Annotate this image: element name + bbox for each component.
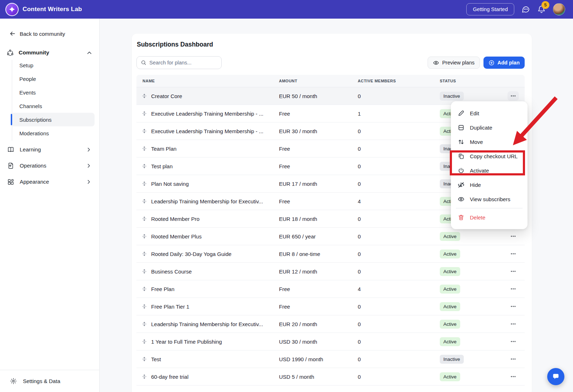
row-menu-button[interactable] bbox=[507, 372, 519, 381]
status-badge: Inactive bbox=[440, 355, 464, 364]
sidebar-section-community[interactable]: Community bbox=[6, 48, 92, 57]
toolbar-actions: Preview plans Add plan bbox=[428, 57, 525, 69]
drag-handle-icon[interactable] bbox=[141, 111, 147, 116]
chat-widget-button[interactable] bbox=[547, 368, 564, 385]
sidebar-section-operations[interactable]: Operations bbox=[0, 158, 99, 174]
drag-handle-icon[interactable] bbox=[141, 233, 147, 239]
sidebar-section-learning[interactable]: Learning bbox=[0, 141, 99, 158]
drag-handle-icon[interactable] bbox=[141, 181, 147, 187]
plan-amount: EUR 18 / month bbox=[279, 216, 358, 222]
plan-active-members: 0 bbox=[358, 268, 440, 275]
ellipsis-icon bbox=[510, 321, 516, 327]
sidebar-subitem[interactable]: People bbox=[11, 72, 95, 86]
preview-plans-label: Preview plans bbox=[442, 60, 475, 66]
menu-item-label: Duplicate bbox=[470, 125, 492, 131]
plan-amount: Free bbox=[279, 146, 358, 152]
menu-item-duplicate[interactable]: Duplicate bbox=[451, 120, 528, 135]
plan-active-members: 0 bbox=[358, 128, 440, 134]
plan-name: 1 Year to Full Time Publishing bbox=[151, 339, 222, 345]
sidebar-subitem[interactable]: Events bbox=[11, 86, 95, 99]
user-avatar[interactable] bbox=[553, 3, 565, 15]
sidebar-appearance-label: Appearance bbox=[20, 179, 49, 185]
row-menu-button[interactable] bbox=[507, 319, 519, 329]
row-menu-button[interactable] bbox=[507, 232, 519, 241]
row-menu-button[interactable] bbox=[507, 249, 519, 258]
table-row: Business Course EUR 12 / month 0 Active bbox=[136, 263, 525, 280]
menu-item-view-subscribers[interactable]: View subscribers bbox=[451, 192, 528, 206]
drag-handle-icon[interactable] bbox=[141, 339, 147, 344]
sidebar-subitem[interactable]: Channels bbox=[11, 99, 95, 113]
drag-handle-icon[interactable] bbox=[141, 304, 147, 309]
menu-item-label: View subscribers bbox=[470, 196, 510, 202]
plan-amount: EUR 50 / month bbox=[279, 93, 358, 99]
settings-and-data-item[interactable]: Settings & Data bbox=[0, 370, 99, 392]
plan-name: 60-day free trial bbox=[151, 374, 188, 380]
drag-handle-icon[interactable] bbox=[141, 93, 147, 99]
plan-amount: USD 1990 / month bbox=[279, 356, 358, 362]
sidebar-subitem[interactable]: Setup bbox=[11, 58, 95, 72]
chevron-right-icon bbox=[86, 163, 91, 168]
sidebar-subitem[interactable]: Moderations bbox=[11, 126, 95, 140]
drag-handle-icon[interactable] bbox=[141, 163, 147, 169]
table-row: 60-day free trial USD 5 / month 0 Active bbox=[136, 368, 525, 386]
column-header-active-members: ACTIVE MEMBERS bbox=[358, 79, 440, 83]
plan-name: Creator Core bbox=[151, 93, 182, 99]
drag-handle-icon[interactable] bbox=[141, 198, 147, 204]
row-menu-button[interactable] bbox=[507, 354, 519, 364]
drag-handle-icon[interactable] bbox=[141, 268, 147, 274]
plan-name: Test bbox=[151, 356, 161, 362]
sidebar-subitem-label: Moderations bbox=[19, 130, 49, 136]
menu-item-edit[interactable]: Edit bbox=[451, 106, 528, 120]
sidebar-subitem[interactable]: Subscriptions bbox=[11, 113, 95, 126]
add-plan-button[interactable]: Add plan bbox=[483, 57, 525, 69]
row-menu-button[interactable] bbox=[507, 337, 519, 346]
back-to-community-link[interactable]: Back to community bbox=[9, 30, 65, 37]
drag-handle-icon[interactable] bbox=[141, 216, 147, 222]
row-menu-button[interactable] bbox=[507, 267, 519, 276]
search-icon bbox=[141, 60, 146, 66]
row-menu-button[interactable] bbox=[507, 91, 519, 101]
sidebar-section-appearance[interactable]: Appearance bbox=[0, 174, 99, 190]
plan-active-members: 0 bbox=[358, 339, 440, 345]
menu-item-move[interactable]: Move bbox=[451, 135, 528, 149]
menu-item-delete[interactable]: Delete bbox=[451, 210, 528, 224]
sidebar-subitem-label: Subscriptions bbox=[19, 117, 52, 123]
table-row: Free Plan Free 4 Active bbox=[136, 280, 525, 298]
menu-item-hide[interactable]: Hide bbox=[451, 178, 528, 192]
drag-handle-icon[interactable] bbox=[141, 321, 147, 327]
drag-handle-icon[interactable] bbox=[141, 128, 147, 134]
drag-handle-icon[interactable] bbox=[141, 356, 147, 362]
menu-item-copy-checkout-url[interactable]: Copy checkout URL bbox=[451, 149, 528, 163]
preview-plans-button[interactable]: Preview plans bbox=[428, 57, 480, 69]
menu-item-activate[interactable]: Activate bbox=[451, 163, 528, 178]
search-input[interactable] bbox=[149, 60, 217, 66]
sidebar-subitem-label: Events bbox=[19, 89, 36, 96]
plan-amount: Free bbox=[279, 111, 358, 117]
plan-active-members: 0 bbox=[358, 93, 440, 99]
status-badge: Active bbox=[440, 250, 460, 258]
getting-started-button[interactable]: Getting Started bbox=[466, 3, 514, 15]
status-badge: Active bbox=[440, 337, 460, 346]
ellipsis-icon bbox=[510, 251, 516, 257]
messages-icon[interactable] bbox=[521, 5, 530, 14]
column-header-status: STATUS bbox=[440, 79, 502, 83]
menu-item-label: Edit bbox=[470, 110, 479, 116]
add-plan-label: Add plan bbox=[497, 60, 520, 66]
status-badge: Active bbox=[440, 285, 460, 294]
plan-name: Business Course bbox=[151, 268, 192, 275]
community-logo[interactable] bbox=[5, 3, 19, 16]
plan-active-members: 0 bbox=[358, 374, 440, 380]
drag-handle-icon[interactable] bbox=[141, 374, 147, 379]
back-arrow-icon bbox=[9, 30, 16, 37]
drag-handle-icon[interactable] bbox=[141, 286, 147, 292]
drag-handle-icon[interactable] bbox=[141, 146, 147, 151]
plan-active-members: 0 bbox=[358, 163, 440, 169]
row-menu-button[interactable] bbox=[507, 302, 519, 311]
plan-active-members: 0 bbox=[358, 146, 440, 152]
app-title: Content Writers Lab bbox=[23, 6, 82, 13]
gear-icon bbox=[10, 378, 17, 384]
drag-handle-icon[interactable] bbox=[141, 251, 147, 257]
notifications-button[interactable]: 5 bbox=[537, 5, 546, 14]
row-menu-button[interactable] bbox=[507, 284, 519, 294]
plan-name: Rooted Member Plus bbox=[151, 233, 202, 239]
